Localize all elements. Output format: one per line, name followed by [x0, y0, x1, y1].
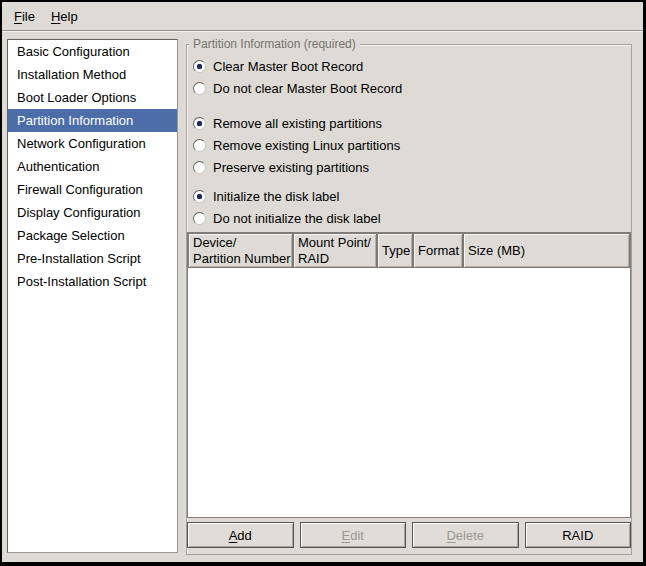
add-button[interactable]: Add — [187, 522, 294, 548]
radio-label: Initialize the disk label — [213, 189, 339, 204]
sidebar-item-firewall-configuration[interactable]: Firewall Configuration — [8, 178, 177, 201]
radio-initialize-the-disk-label[interactable]: Initialize the disk label — [193, 185, 625, 207]
radio-button-icon[interactable] — [193, 82, 206, 95]
column-header-mount-point-raid[interactable]: Mount Point/RAID — [293, 233, 377, 268]
column-header-text: Type — [382, 243, 408, 259]
button-row: AddEditDeleteRAID — [187, 522, 631, 548]
radio-button-icon[interactable] — [193, 190, 206, 203]
sidebar-item-basic-configuration[interactable]: Basic Configuration — [8, 40, 177, 63]
radio-group-0: Clear Master Boot RecordDo not clear Mas… — [193, 55, 625, 99]
radio-label: Remove existing Linux partitions — [213, 138, 400, 153]
section-list: Basic ConfigurationInstallation MethodBo… — [7, 39, 178, 553]
radio-label: Preserve existing partitions — [213, 160, 369, 175]
column-header-device-partition-number[interactable]: Device/Partition Number — [188, 233, 293, 268]
sidebar-item-post-installation-script[interactable]: Post-Installation Script — [8, 270, 177, 293]
column-header-text: Mount Point/ — [298, 235, 372, 251]
sidebar-item-installation-method[interactable]: Installation Method — [8, 63, 177, 86]
radio-button-icon[interactable] — [193, 60, 206, 73]
column-header-format[interactable]: Format — [413, 233, 463, 268]
radio-do-not-clear-master-boot-record[interactable]: Do not clear Master Boot Record — [193, 77, 625, 99]
sidebar-item-pre-installation-script[interactable]: Pre-Installation Script — [8, 247, 177, 270]
sidebar-item-package-selection[interactable]: Package Selection — [8, 224, 177, 247]
window-body: FileHelp Basic ConfigurationInstallation… — [2, 2, 643, 562]
radio-do-not-initialize-the-disk-label[interactable]: Do not initialize the disk label — [193, 207, 625, 229]
table-body[interactable] — [188, 268, 630, 517]
radio-button-icon[interactable] — [193, 139, 206, 152]
radio-group-1: Remove all existing partitionsRemove exi… — [193, 112, 625, 178]
radio-clear-master-boot-record[interactable]: Clear Master Boot Record — [193, 55, 625, 77]
sidebar-item-network-configuration[interactable]: Network Configuration — [8, 132, 177, 155]
menu-bar: FileHelp — [2, 2, 643, 31]
partitions-table: Device/Partition NumberMount Point/RAIDT… — [187, 232, 631, 518]
sidebar-item-boot-loader-options[interactable]: Boot Loader Options — [8, 86, 177, 109]
frame-title: Partition Information (required) — [189, 37, 360, 51]
table-header-row: Device/Partition NumberMount Point/RAIDT… — [188, 233, 630, 268]
sidebar-item-display-configuration[interactable]: Display Configuration — [8, 201, 177, 224]
radio-button-icon[interactable] — [193, 212, 206, 225]
column-header-text: Format — [418, 243, 458, 259]
edit-button[interactable]: Edit — [300, 522, 407, 548]
radio-label: Do not clear Master Boot Record — [213, 81, 402, 96]
kickstart-configurator-window: FileHelp Basic ConfigurationInstallation… — [0, 0, 646, 566]
raid-button[interactable]: RAID — [525, 522, 632, 548]
menu-file[interactable]: File — [6, 6, 43, 27]
radio-groups: Clear Master Boot RecordDo not clear Mas… — [193, 55, 625, 229]
radio-label: Do not initialize the disk label — [213, 211, 381, 226]
column-header-text: Partition Number — [193, 251, 288, 267]
radio-remove-existing-linux-partitions[interactable]: Remove existing Linux partitions — [193, 134, 625, 156]
partition-information-frame: Clear Master Boot RecordDo not clear Mas… — [186, 44, 632, 555]
sidebar-item-authentication[interactable]: Authentication — [8, 155, 177, 178]
column-header-type[interactable]: Type — [377, 233, 413, 268]
frame-content: Clear Master Boot RecordDo not clear Mas… — [187, 45, 631, 554]
radio-button-icon[interactable] — [193, 117, 206, 130]
radio-group-2: Initialize the disk labelDo not initiali… — [193, 185, 625, 229]
radio-remove-all-existing-partitions[interactable]: Remove all existing partitions — [193, 112, 625, 134]
sidebar-item-partition-information[interactable]: Partition Information — [8, 109, 177, 132]
radio-button-icon[interactable] — [193, 161, 206, 174]
menu-help[interactable]: Help — [43, 6, 86, 27]
column-header-text: Size (MB) — [468, 243, 625, 259]
delete-button[interactable]: Delete — [412, 522, 519, 548]
radio-label: Remove all existing partitions — [213, 116, 382, 131]
column-header-text: RAID — [298, 251, 372, 267]
radio-preserve-existing-partitions[interactable]: Preserve existing partitions — [193, 156, 625, 178]
radio-label: Clear Master Boot Record — [213, 59, 363, 74]
column-header-text: Device/ — [193, 235, 288, 251]
column-header-size-mb[interactable]: Size (MB) — [463, 233, 630, 268]
